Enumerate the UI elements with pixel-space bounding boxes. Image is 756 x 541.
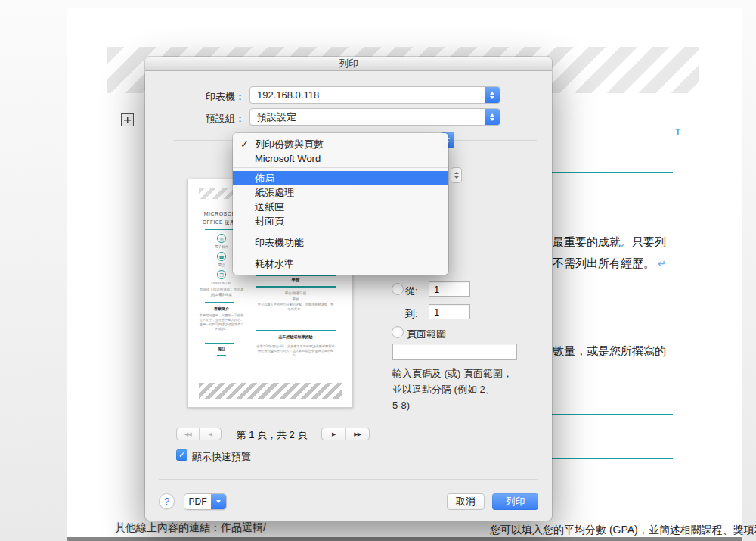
document-icon: ❐	[217, 270, 226, 279]
document-text-line: 您可以填入您的平均分數 (GPA)，並簡述相關課程、獎項和榮	[490, 524, 756, 537]
thumb-heading: 志工經驗或領導經驗	[256, 334, 336, 339]
pages-from-radio[interactable]	[392, 283, 404, 295]
print-dialog: 列印 印表機： 192.168.0.118 預設組： 預設設定 MICROSOF…	[145, 57, 552, 521]
printer-popup[interactable]: 192.168.0.118	[249, 86, 500, 104]
menu-item-microsoft-word[interactable]: Microsoft Word	[233, 151, 448, 166]
thumb-rule	[256, 330, 336, 331]
hint-line: 5-8)	[392, 397, 528, 413]
menu-item-cover-page[interactable]: 封面頁	[233, 214, 448, 229]
presets-label: 預設組：	[174, 112, 245, 126]
hint-line: 並以逗點分隔 (例如 2、	[392, 381, 528, 397]
menu-separator	[233, 232, 448, 232]
last-page-button[interactable]: ▶▶	[345, 428, 370, 440]
page-range-field[interactable]	[392, 344, 517, 360]
thumb-rule	[205, 207, 234, 207]
document-text-line: 不需列出所有經歷。 ↵	[553, 257, 666, 271]
menu-item-label: Microsoft Word	[255, 153, 321, 164]
print-panes-menu: ✓ 列印份數與頁數 Microsoft Word 佈局 紙張處理 送紙匣 封面頁…	[233, 133, 448, 275]
checkmark-icon: ✓	[240, 137, 249, 151]
document-text-line: 最重要的成就。只要列	[553, 235, 666, 250]
menu-item-label: 送紙匣	[255, 201, 284, 213]
thumb-rule	[205, 302, 234, 303]
menu-item-label: 佈局	[255, 173, 274, 184]
thumb-rule	[256, 286, 336, 288]
page-range-hint: 輸入頁碼及 (或) 頁面範圍， 並以逗點分隔 (例如 2、 5-8)	[392, 365, 528, 413]
menu-item-supply-levels[interactable]: 耗材水準	[233, 257, 448, 271]
copies-stepper[interactable]	[451, 167, 462, 183]
to-page-field[interactable]: 1	[429, 304, 470, 319]
menu-item-copies-pages[interactable]: ✓ 列印份數與頁數	[233, 137, 448, 151]
thumb-rule	[256, 275, 336, 276]
email-icon: ✉	[217, 234, 226, 243]
thumb-text: 學校	[256, 297, 335, 301]
printer-value: 192.168.0.118	[250, 89, 485, 101]
table-move-handle[interactable]	[121, 113, 134, 126]
menu-item-printer-features[interactable]: 印表機功能	[233, 235, 448, 250]
menu-item-label: 封面頁	[255, 216, 284, 227]
popup-updown-icon	[485, 86, 500, 104]
menu-item-label: 耗材水準	[255, 258, 294, 269]
thumb-heading: 備註	[199, 347, 244, 351]
menu-separator	[233, 167, 448, 168]
menu-item-label: 紙張處理	[255, 187, 294, 198]
thumb-heading: 學歷	[256, 278, 336, 283]
thumb-rule	[217, 355, 226, 356]
menu-item-paper-feed[interactable]: 送紙匣	[233, 200, 448, 214]
presets-value: 預設設定	[250, 110, 485, 124]
thumb-text: 網誌/個人檔案	[197, 293, 246, 297]
thumb-text: 您可以填入您的平均分數 (GPA)，並簡述相關課程、獎項和榮譽。	[256, 303, 335, 312]
page-range-radio[interactable]	[392, 326, 404, 338]
to-label: 到:	[405, 307, 425, 321]
dialog-title: 列印	[145, 57, 552, 71]
previous-page-button[interactable]: ◀	[199, 428, 222, 440]
thumb-text: 在學管理社團(小組)、主持遴選最愛的閱讀俱樂部專案或擔任校刊編輯等均列入！讓大家…	[256, 344, 335, 358]
help-button[interactable]: ?	[159, 493, 175, 509]
phone-icon: ☎	[217, 252, 226, 261]
menu-item-label: 列印份數與頁數	[255, 138, 324, 150]
document-text-line: 數量，或是您所撰寫的	[553, 344, 666, 359]
page-nav-forward-group: ▶ ▶▶	[321, 428, 370, 440]
from-label: 從:	[405, 284, 425, 298]
page-nav-back-group: ◀◀ ◀	[176, 428, 222, 440]
thumb-rule	[205, 229, 234, 230]
print-button[interactable]: 列印	[492, 493, 538, 510]
thumb-heading: 專業簡介	[199, 306, 244, 311]
thumb-rule	[205, 343, 234, 344]
pdf-menu-button[interactable]: PDF	[184, 493, 227, 510]
menu-separator	[233, 253, 448, 253]
document-text-line: 其他線上內容的連結：作品選輯/	[115, 521, 266, 535]
thumb-text: 學位/指導日期	[256, 291, 335, 295]
printer-label: 印表機：	[174, 90, 245, 104]
separator	[159, 479, 538, 480]
cancel-button[interactable]: 取消	[447, 493, 485, 510]
popup-updown-icon	[485, 108, 500, 126]
quick-preview-checkbox[interactable]: ✓	[176, 449, 187, 461]
presets-popup[interactable]: 預設設定	[249, 108, 500, 126]
thumb-text: 若要開始使用，只需按一下預留位置文字，並在當中輸入內容。使用一頁即可簡潔說明您最…	[198, 313, 245, 331]
page-status: 第 1 頁，共 2 頁	[225, 428, 319, 442]
thumb-footer-stripes	[199, 383, 342, 399]
text-cursor-marker: T	[675, 127, 680, 138]
menu-item-label: 印表機功能	[255, 237, 304, 248]
next-page-button[interactable]: ▶	[322, 428, 345, 440]
window-bottom-bar	[67, 537, 742, 541]
chevron-down-icon	[211, 494, 226, 509]
menu-item-layout[interactable]: 佈局	[233, 171, 448, 185]
first-page-button[interactable]: ◀◀	[177, 428, 199, 440]
from-page-field[interactable]: 1	[429, 281, 470, 297]
thumb-contact-label: LINKEDIN URL	[199, 281, 244, 285]
hint-line: 輸入頁碼及 (或) 頁面範圍，	[392, 365, 528, 381]
quick-preview-label: 顯示快速預覽	[192, 450, 251, 464]
page-range-label: 頁面範圍	[407, 328, 446, 341]
pdf-label: PDF	[184, 494, 211, 509]
menu-item-paper-handling[interactable]: 紙張處理	[233, 185, 448, 200]
paragraph-return-mark: ↵	[658, 258, 666, 269]
